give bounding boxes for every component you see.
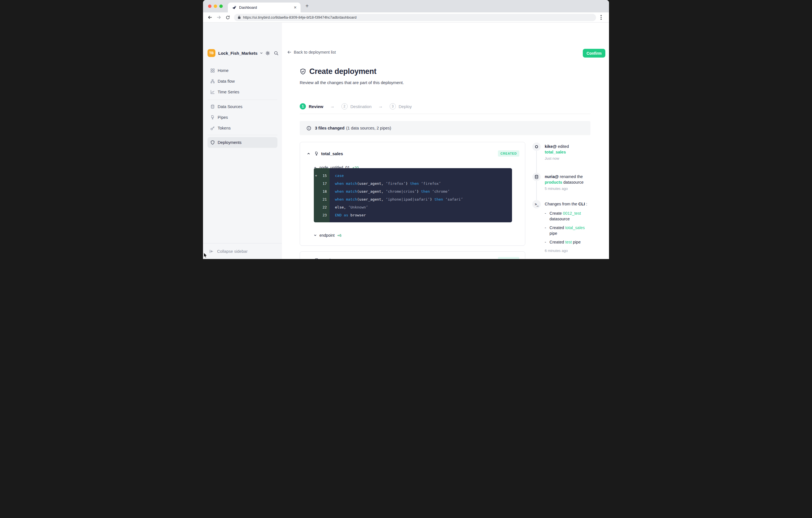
- step-number: 1: [300, 103, 306, 109]
- window-close-button[interactable]: [208, 4, 211, 8]
- window-minimize-button[interactable]: [214, 4, 217, 8]
- status-badge: CREATED: [498, 151, 519, 157]
- sidebar-item-data-flow[interactable]: Data flow: [203, 76, 278, 87]
- diff-line-number: +15: [314, 173, 329, 178]
- sidebar-item-label: Tokens: [218, 126, 231, 130]
- confirm-button[interactable]: Confirm: [583, 49, 605, 58]
- step-arrow-icon: →: [378, 104, 383, 109]
- diff-line: 18when match(user_agent, ‘chrome|crios’)…: [314, 187, 512, 195]
- step-label: Deploy: [399, 104, 412, 109]
- mouse-cursor: [204, 253, 207, 258]
- files-changed-count: 3 files changed: [315, 126, 345, 130]
- diff-line-code: case: [329, 173, 344, 178]
- resource-link[interactable]: total_sales: [545, 150, 566, 154]
- database-icon: [210, 104, 215, 109]
- chevron-up-icon[interactable]: [307, 152, 311, 156]
- sidebar: TB Lock_Fish_Markets HomeData flowTime S…: [203, 23, 282, 259]
- files-changed-banner: 3 files changed (1 data sources, 2 pipes…: [300, 121, 590, 135]
- shield-check-icon: [300, 68, 306, 75]
- browser-forward-button[interactable]: [215, 14, 222, 21]
- url-bar[interactable]: https://ui.tinybird.co/8dae6a-8309-84je-…: [234, 14, 596, 21]
- code-diff-block: +15case17when match(user_agent, ‘firefox…: [314, 168, 512, 222]
- deployment-stepper: 1Review→2Destination→3Deploy: [300, 103, 412, 109]
- browser-menu-icon[interactable]: [598, 15, 604, 20]
- new-tab-button[interactable]: +: [303, 3, 311, 10]
- files-changed-detail: (1 data sources, 2 pipes): [346, 126, 392, 130]
- step-label: Destination: [350, 104, 372, 109]
- sidebar-item-data-sources[interactable]: Data Sources: [203, 101, 278, 112]
- browser-window: Dashboard ✕ + https://ui.tinybird.co/8da…: [203, 0, 609, 259]
- activity-entry: >_Changes from the CLI :-Create 0012_tes…: [532, 200, 590, 254]
- tab-close-icon[interactable]: ✕: [293, 5, 298, 10]
- step-review[interactable]: 1Review: [300, 103, 323, 109]
- cli-change-item: -Created test pipe: [545, 239, 589, 245]
- window-zoom-button[interactable]: [219, 4, 223, 8]
- activity-timestamp: 6 minutes ago: [545, 248, 589, 254]
- cli-change-item: -Created total_sales pipe: [545, 225, 589, 236]
- sidebar-item-label: Pipes: [218, 115, 228, 119]
- grid-icon: [210, 68, 215, 73]
- diff-line-number: 23: [314, 213, 329, 217]
- search-icon[interactable]: [274, 51, 279, 56]
- sidebar-item-home[interactable]: Home: [203, 65, 278, 76]
- database-icon: [532, 173, 541, 181]
- diff-line-code: when match(user_agent, ‘iphone|ipad|safa…: [329, 197, 463, 201]
- diff-line: 17when match(user_agent, ‘firefox’) then…: [314, 180, 512, 187]
- pipe-icon: [314, 152, 319, 156]
- resource-link[interactable]: products: [545, 180, 562, 185]
- step-label: Review: [309, 104, 323, 109]
- chevron-down-icon[interactable]: [307, 258, 311, 259]
- diff-line-code: when match(user_agent, ‘chrome|crios’) t…: [329, 189, 450, 194]
- settings-gear-icon[interactable]: [265, 51, 270, 56]
- resource-link[interactable]: total_sales: [565, 225, 585, 230]
- pipe-icon: [210, 115, 215, 119]
- sidebar-item-time-series[interactable]: Time Series: [203, 87, 278, 97]
- card-name: products: [321, 258, 339, 259]
- workspace-avatar: TB: [207, 49, 215, 57]
- total-sales-card-header[interactable]: total_sales CREATED: [300, 148, 525, 159]
- lines-added-count: +6: [337, 233, 342, 238]
- diff-line-number: 21: [314, 197, 329, 201]
- collapse-sidebar-button[interactable]: Collapse sidebar: [203, 243, 282, 259]
- collapse-sidebar-icon: [209, 249, 214, 254]
- step-destination[interactable]: 2Destination: [342, 103, 372, 109]
- activity-timestamp: 5 minutes ago: [545, 186, 589, 192]
- sidebar-item-pipes[interactable]: Pipes: [203, 112, 278, 123]
- arrow-left-icon: [287, 50, 292, 54]
- browser-tab[interactable]: Dashboard ✕: [228, 3, 300, 12]
- lock-icon: [237, 16, 241, 19]
- step-number: 2: [342, 103, 348, 109]
- sidebar-item-label: Deployments: [218, 140, 242, 145]
- activity-entry-text: Changes from the CLI :-Create 0012_test …: [545, 200, 589, 254]
- endpoint-name: endpoint: [319, 233, 335, 238]
- browser-back-button[interactable]: [206, 14, 213, 21]
- back-to-deployment-list-link[interactable]: Back to deployment list: [287, 50, 336, 54]
- workspace-switcher[interactable]: TB Lock_Fish_Markets: [207, 48, 279, 58]
- sidebar-divider: [207, 100, 278, 100]
- resource-link[interactable]: 0012_test: [563, 211, 581, 216]
- resource-link[interactable]: test: [565, 240, 572, 244]
- ring-icon: [532, 142, 541, 151]
- activity-timestamp: Just now: [545, 156, 589, 161]
- change-card-total-sales: total_sales CREATED node_untitled_01 +20…: [300, 142, 525, 246]
- main-content: Back to deployment list Confirm Create d…: [282, 23, 609, 259]
- card-name: total_sales: [321, 151, 343, 156]
- chevron-down-icon[interactable]: [314, 234, 317, 237]
- activity-entry: nuria@ renamed the products datasource5 …: [532, 172, 590, 192]
- url-text: https://ui.tinybird.co/8dae6a-8309-84je-…: [243, 15, 357, 20]
- activity-entry-text: nuria@ renamed the products datasource5 …: [545, 172, 589, 192]
- endpoint-toggle-row[interactable]: endpoint +6: [314, 233, 342, 238]
- database-icon: [314, 258, 319, 259]
- status-badge: CREATED: [498, 257, 519, 259]
- sidebar-item-label: Data flow: [218, 79, 235, 83]
- diff-line: 21when match(user_agent, ‘iphone|ipad|sa…: [314, 195, 512, 203]
- step-deploy[interactable]: 3Deploy: [390, 103, 412, 109]
- activity-entry: kike@ edited total_salesJust now: [532, 142, 590, 161]
- sidebar-item-deployments[interactable]: Deployments: [207, 137, 278, 148]
- step-number: 3: [390, 103, 396, 109]
- browser-reload-button[interactable]: [225, 14, 231, 21]
- sidebar-item-tokens[interactable]: Tokens: [203, 123, 278, 133]
- workspace-name: Lock_Fish_Markets: [218, 51, 257, 56]
- products-card-header[interactable]: products CREATED: [300, 255, 525, 259]
- chart-icon: [210, 90, 215, 94]
